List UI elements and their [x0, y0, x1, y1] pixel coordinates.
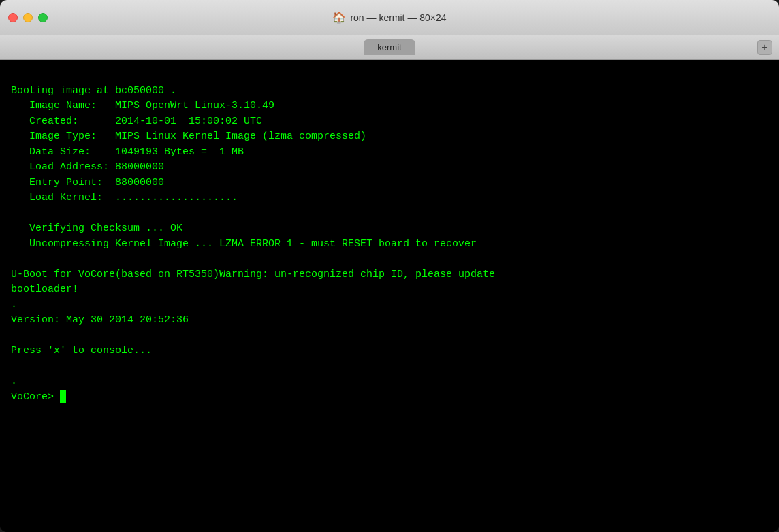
close-button[interactable]: [8, 13, 18, 22]
terminal-cursor: [60, 390, 66, 403]
title-icon: 🏠: [332, 11, 346, 24]
tab-bar: kermit +: [0, 35, 779, 60]
maximize-button[interactable]: [38, 13, 48, 22]
title-label: ron — kermit — 80×24: [350, 12, 446, 23]
titlebar: 🏠 ron — kermit — 80×24: [0, 0, 779, 35]
terminal-window: 🏠 ron — kermit — 80×24 kermit + Booting …: [0, 0, 779, 532]
minimize-button[interactable]: [23, 13, 33, 22]
traffic-lights: [8, 13, 48, 22]
terminal-area[interactable]: Booting image at bc050000 . Image Name: …: [0, 60, 779, 532]
add-tab-button[interactable]: +: [757, 40, 772, 55]
terminal-output: Booting image at bc050000 . Image Name: …: [11, 68, 768, 405]
window-title: 🏠 ron — kermit — 80×24: [332, 11, 446, 24]
tab-kermit[interactable]: kermit: [364, 39, 415, 55]
